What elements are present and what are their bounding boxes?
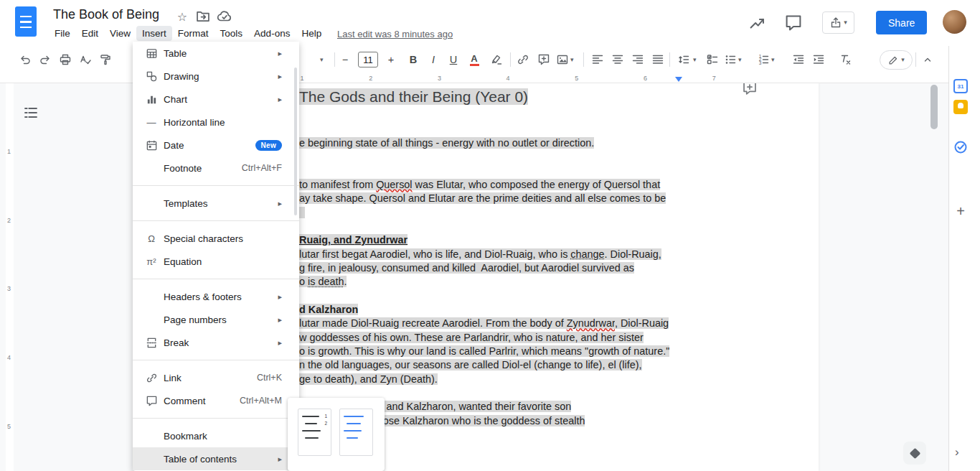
- doc-line[interactable]: n the old languages, our seasons are cal…: [299, 358, 669, 372]
- italic-button[interactable]: I: [425, 51, 442, 68]
- menu-item-link[interactable]: Link Ctrl+K: [133, 366, 299, 389]
- doc-line[interactable]: to manifest from Quersol was Elutar, who…: [299, 178, 669, 192]
- menu-addons[interactable]: Add-ons: [248, 26, 296, 41]
- toc-with-blue-links-option[interactable]: [339, 409, 373, 456]
- menu-item-chart[interactable]: Chart ▸: [133, 88, 299, 111]
- editing-mode-button[interactable]: ▾: [880, 50, 913, 70]
- ruler-number: 2: [369, 75, 372, 82]
- menu-item-table-of-contents[interactable]: Table of contents ▸: [133, 447, 299, 470]
- docs-logo-icon[interactable]: [15, 6, 37, 37]
- text-color-button[interactable]: A: [466, 51, 483, 68]
- menu-item-footnote[interactable]: Footnote Ctrl+Alt+F: [133, 157, 299, 179]
- print-button[interactable]: [57, 51, 74, 68]
- menu-item-break[interactable]: Break ▸: [133, 331, 299, 354]
- menu-item-date[interactable]: Date New: [133, 134, 299, 157]
- insert-link-button[interactable]: [514, 51, 532, 68]
- menu-edit[interactable]: Edit: [76, 26, 104, 41]
- doc-line[interactable]: o is growth. This is why our land is cal…: [299, 345, 669, 358]
- star-button[interactable]: ☆: [174, 9, 190, 24]
- calendar-icon[interactable]: 31: [953, 79, 968, 93]
- keep-icon[interactable]: [953, 100, 968, 114]
- doc-line[interactable]: w goddesses of his own. These are Parlan…: [299, 331, 669, 345]
- menu-format[interactable]: Format: [172, 26, 215, 41]
- font-size-input[interactable]: 11: [358, 52, 378, 67]
- comment-history-button[interactable]: [784, 14, 803, 32]
- doc-line[interactable]: [299, 206, 669, 220]
- menu-item-page-numbers[interactable]: Page numbers ▸: [133, 308, 299, 331]
- font-dropdown-caret-icon[interactable]: ▾: [320, 56, 324, 63]
- clear-formatting-button[interactable]: [837, 51, 854, 68]
- bold-button[interactable]: B: [405, 51, 422, 68]
- doc-line[interactable]: ay take shape. Quersol and Elutar are th…: [299, 192, 669, 205]
- document-title[interactable]: The Book of Being: [53, 7, 159, 22]
- align-left-button[interactable]: [589, 51, 606, 68]
- add-comment-button[interactable]: [535, 51, 552, 68]
- explore-button[interactable]: [903, 442, 926, 465]
- increase-indent-button[interactable]: [810, 51, 827, 68]
- menu-item-shortcut: Ctrl+Alt+M: [240, 396, 282, 406]
- menu-view[interactable]: View: [104, 26, 136, 41]
- menu-file[interactable]: File: [49, 26, 76, 41]
- highlight-color-button[interactable]: [488, 51, 505, 68]
- increase-font-size-button[interactable]: +: [382, 51, 400, 68]
- insert-image-button[interactable]: [554, 51, 571, 68]
- checklist-button[interactable]: [704, 51, 721, 68]
- doc-line[interactable]: g fire, in jealousy, consumed and killed…: [299, 261, 669, 275]
- spellcheck-button[interactable]: [77, 51, 94, 68]
- share-button[interactable]: Share: [876, 11, 927, 34]
- doc-line[interactable]: e beginning state of all things - energy…: [299, 136, 669, 150]
- menu-divider: [133, 220, 299, 221]
- right-indent-marker[interactable]: [675, 77, 682, 82]
- hide-side-panel-button[interactable]: ›: [955, 445, 959, 460]
- menu-item-templates[interactable]: Templates ▸: [133, 192, 299, 215]
- menu-scrollbar-thumb[interactable]: [294, 67, 297, 215]
- bulleted-list-button[interactable]: [722, 51, 739, 68]
- menu-item-special-characters[interactable]: Ω Special characters: [133, 227, 299, 250]
- doc-line[interactable]: d Kalzharon: [299, 303, 669, 317]
- calendar-date-label: 31: [958, 83, 964, 90]
- menu-item-bookmark[interactable]: Bookmark: [133, 424, 299, 447]
- align-right-button[interactable]: [629, 51, 646, 68]
- bulleted-list-caret-icon[interactable]: ▾: [738, 56, 742, 63]
- doc-line[interactable]: Ruaig, and Zynudrwar: [299, 233, 669, 247]
- numbered-list-button[interactable]: 123: [755, 51, 772, 68]
- justify-button[interactable]: [649, 51, 666, 68]
- image-dropdown-caret-icon[interactable]: ▾: [570, 56, 574, 63]
- tasks-icon[interactable]: [953, 140, 968, 154]
- menu-item-drawing[interactable]: Drawing ▸: [133, 65, 299, 88]
- line-spacing-button[interactable]: [675, 51, 692, 68]
- decrease-font-size-button[interactable]: −: [336, 51, 354, 68]
- account-avatar[interactable]: [943, 10, 966, 34]
- doc-line[interactable]: lutar made Diol-Ruaig recreate Aarodiel.…: [299, 317, 669, 330]
- hide-menus-button[interactable]: [919, 51, 936, 68]
- menu-item-comment[interactable]: Comment Ctrl+Alt+M: [133, 389, 299, 412]
- decrease-indent-button[interactable]: [790, 51, 807, 68]
- redo-button[interactable]: [37, 51, 54, 68]
- menu-item-headers-footers[interactable]: Headers & footers ▸: [133, 285, 299, 308]
- doc-line[interactable]: ge to death), and Zyn (Death).: [299, 373, 669, 386]
- doc-line[interactable]: The Gods and their Being (Year 0): [299, 87, 669, 107]
- menu-item-table[interactable]: Table ▸: [133, 42, 299, 65]
- activity-dashboard-button[interactable]: [748, 14, 767, 32]
- paint-format-button[interactable]: [97, 51, 114, 68]
- get-addons-button[interactable]: +: [953, 204, 968, 218]
- toc-with-page-numbers-option[interactable]: 1 2: [298, 409, 331, 456]
- vertical-scrollbar-thumb[interactable]: [930, 85, 938, 129]
- menu-item-horizontal-line[interactable]: — Horizontal line: [133, 111, 299, 134]
- underline-button[interactable]: U: [445, 51, 462, 68]
- document-status-button[interactable]: [217, 9, 232, 24]
- last-edit-link[interactable]: Last edit was 8 minutes ago: [337, 29, 453, 39]
- line-spacing-caret-icon[interactable]: ▾: [693, 56, 697, 63]
- menu-item-equation[interactable]: π² Equation: [133, 250, 299, 273]
- doc-line[interactable]: o is death.: [299, 275, 669, 289]
- menu-tools[interactable]: Tools: [215, 26, 249, 41]
- align-center-button[interactable]: [609, 51, 626, 68]
- menu-help[interactable]: Help: [296, 26, 327, 41]
- menu-insert[interactable]: Insert: [136, 26, 172, 41]
- move-button[interactable]: [195, 9, 211, 24]
- show-outline-button[interactable]: [22, 104, 39, 121]
- doc-line[interactable]: lutar first begat Aarodiel, who is life,…: [299, 248, 669, 261]
- undo-button[interactable]: [17, 51, 34, 68]
- numbered-list-caret-icon[interactable]: ▾: [771, 56, 775, 63]
- presentation-mode-button[interactable]: ▾: [822, 11, 854, 34]
